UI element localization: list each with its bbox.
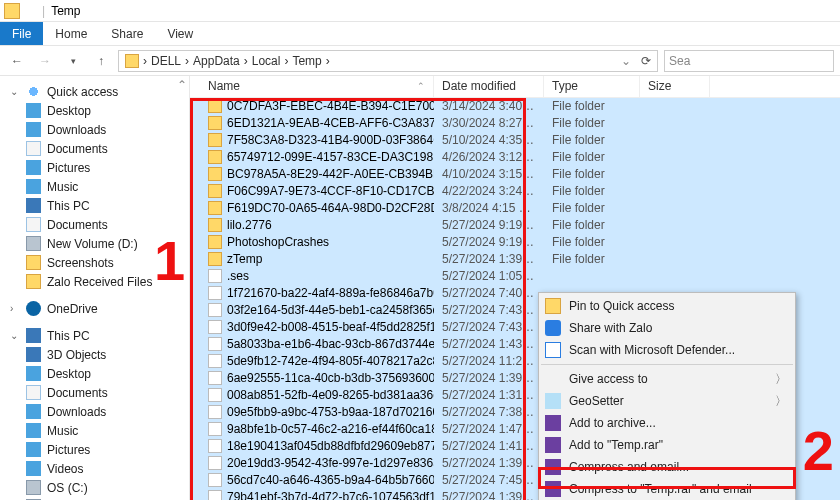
star-icon: [26, 84, 41, 99]
file-date: 5/27/2024 9:19 AM: [434, 235, 544, 249]
pictures-icon: [26, 160, 41, 175]
table-row[interactable]: 6ED1321A-9EAB-4CEB-AFF6-C3A83718E1533/30…: [190, 115, 840, 132]
dropdown-icon[interactable]: ⌄: [621, 54, 631, 68]
sidebar-item[interactable]: Pictures: [0, 440, 189, 459]
sidebar-item[interactable]: Videos: [0, 459, 189, 478]
file-type: File folder: [544, 133, 640, 147]
refresh-icon[interactable]: ⟳: [641, 54, 651, 68]
sidebar-item[interactable]: Desktop: [0, 101, 189, 120]
breadcrumb[interactable]: › DELL › AppData › Local › Temp › ⌄ ⟳: [118, 50, 658, 72]
videos-icon: [26, 461, 41, 476]
column-size[interactable]: Size: [640, 76, 710, 97]
crumb[interactable]: Temp: [292, 54, 321, 68]
file-date: 5/27/2024 1:31 PM: [434, 388, 544, 402]
file-type: File folder: [544, 252, 640, 266]
file-name: 18e190413af045db88dfbfd29609eb877.db.ses: [227, 439, 434, 453]
sidebar-item[interactable]: Pictures: [0, 158, 189, 177]
sidebar-item[interactable]: 3D Objects: [0, 345, 189, 364]
downloads-icon: [26, 122, 41, 137]
sidebar-onedrive[interactable]: ›OneDrive: [0, 299, 189, 318]
sidebar-item[interactable]: Music: [0, 177, 189, 196]
up-button[interactable]: ↑: [90, 50, 112, 72]
table-row[interactable]: PhotoshopCrashes5/27/2024 9:19 AMFile fo…: [190, 234, 840, 251]
sidebar-item[interactable]: Documents: [0, 215, 189, 234]
table-row[interactable]: 65749712-099E-4157-83CE-DA3C198BDA174/26…: [190, 149, 840, 166]
chevron-right-icon: ›: [185, 54, 189, 68]
crumb[interactable]: Local: [252, 54, 281, 68]
menu-geosetter[interactable]: GeoSetter〉: [539, 390, 795, 412]
recent-button[interactable]: ▾: [62, 50, 84, 72]
pc-icon: [26, 328, 41, 343]
chevron-right-icon: 〉: [775, 393, 787, 410]
file-name: 09e5fbb9-a9bc-4753-b9aa-187d70216039.tmp: [227, 405, 434, 419]
folder-icon: [208, 99, 222, 113]
file-date: 3/14/2024 3:40 PM: [434, 99, 544, 113]
menu-share-zalo[interactable]: Share with Zalo: [539, 317, 795, 339]
file-type: File folder: [544, 99, 640, 113]
file-type: File folder: [544, 184, 640, 198]
column-name[interactable]: Name⌃: [200, 76, 434, 97]
sidebar-item[interactable]: New Volume (D:): [0, 234, 189, 253]
sidebar-item[interactable]: This PC: [0, 196, 189, 215]
sidebar-item[interactable]: Documents: [0, 139, 189, 158]
file-date: 5/27/2024 1:41 PM: [434, 439, 544, 453]
sidebar-item[interactable]: Documents: [0, 383, 189, 402]
crumb[interactable]: AppData: [193, 54, 240, 68]
table-row[interactable]: zTemp5/27/2024 1:39 PMFile folder: [190, 251, 840, 268]
file-icon: [208, 337, 222, 351]
table-row[interactable]: 0C7DFA3F-EBEC-4B4E-B394-C1E700ECD42F3/14…: [190, 98, 840, 115]
table-row[interactable]: lilo.27765/27/2024 9:19 AMFile folder: [190, 217, 840, 234]
table-row[interactable]: BC978A5A-8E29-442F-A0EE-CB394BF25B7F4/10…: [190, 166, 840, 183]
table-row[interactable]: 7F58C3A8-D323-41B4-900D-03F38646A1B05/10…: [190, 132, 840, 149]
file-icon: [208, 303, 222, 317]
table-row[interactable]: F619DC70-0A65-464A-98D0-D2CF28D2F1753/8/…: [190, 200, 840, 217]
sidebar-quick-access[interactable]: ⌄Quick access: [0, 82, 189, 101]
tab-share[interactable]: Share: [99, 22, 155, 45]
table-row[interactable]: .ses5/27/2024 1:05 PM: [190, 268, 840, 285]
folder-icon: [208, 201, 222, 215]
file-name: 79b41ebf-3b7d-4d72-b7c6-1074563df101.tmp: [227, 490, 434, 500]
sidebar-this-pc[interactable]: ⌄This PC: [0, 326, 189, 345]
tab-view[interactable]: View: [155, 22, 205, 45]
chevron-right-icon: ›: [143, 54, 147, 68]
file-tab[interactable]: File: [0, 22, 43, 45]
back-button[interactable]: ←: [6, 50, 28, 72]
sidebar-item[interactable]: Music: [0, 421, 189, 440]
file-type: File folder: [544, 150, 640, 164]
crumb[interactable]: DELL: [151, 54, 181, 68]
sidebar-item[interactable]: Zalo Received Files: [0, 272, 189, 291]
menu-pin[interactable]: Pin to Quick access: [539, 295, 795, 317]
menu-give-access[interactable]: Give access to〉: [539, 368, 795, 390]
file-date: 3/8/2024 4:15 PM: [434, 201, 544, 215]
sidebar-item[interactable]: OS (C:): [0, 478, 189, 497]
file-date: 5/27/2024 1:39 PM: [434, 252, 544, 266]
file-name: F619DC70-0A65-464A-98D0-D2CF28D2F175: [227, 201, 434, 215]
column-type[interactable]: Type: [544, 76, 640, 97]
folder-icon: [208, 252, 222, 266]
file-name: 1f721670-ba22-4af4-889a-fe86846a7b03.tmp: [227, 286, 434, 300]
search-placeholder: Sea: [669, 54, 690, 68]
table-row[interactable]: F06C99A7-9E73-4CCF-8F10-CD17CBE5BA784/22…: [190, 183, 840, 200]
file-icon: [208, 371, 222, 385]
menu-add-temp-rar[interactable]: Add to "Temp.rar": [539, 434, 795, 456]
tab-home[interactable]: Home: [43, 22, 99, 45]
column-date[interactable]: Date modified: [434, 76, 544, 97]
search-input[interactable]: Sea: [664, 50, 834, 72]
file-type: File folder: [544, 116, 640, 130]
file-name: 56cd7c40-a646-4365-b9a4-64b5b7660991.tmp: [227, 473, 434, 487]
file-date: 5/27/2024 1:43 PM: [434, 337, 544, 351]
folder-icon: [26, 274, 41, 289]
forward-button[interactable]: →: [34, 50, 56, 72]
menu-compress-email[interactable]: Compress and email...: [539, 456, 795, 478]
menu-defender[interactable]: Scan with Microsoft Defender...: [539, 339, 795, 361]
sidebar-item[interactable]: Downloads: [0, 120, 189, 139]
menu-add-archive[interactable]: Add to archive...: [539, 412, 795, 434]
sidebar-item[interactable]: Downloads: [0, 402, 189, 421]
chevron-up-icon[interactable]: ⌃: [177, 78, 187, 92]
file-date: 5/27/2024 7:43 AM: [434, 320, 544, 334]
file-name: BC978A5A-8E29-442F-A0EE-CB394BF25B7F: [227, 167, 434, 181]
sidebar-item[interactable]: Desktop: [0, 364, 189, 383]
sidebar-item[interactable]: Screenshots: [0, 253, 189, 272]
menu-compress-rar-email[interactable]: Compress to "Temp.rar" and email: [539, 478, 795, 500]
context-menu: Pin to Quick access Share with Zalo Scan…: [538, 292, 796, 500]
